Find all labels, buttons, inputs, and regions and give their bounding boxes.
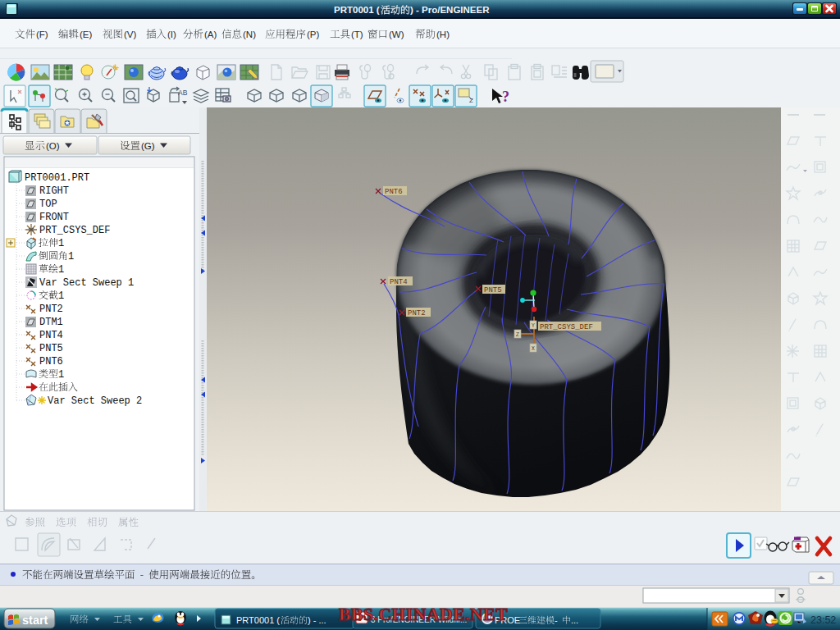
svg-text:-: - (555, 615, 558, 625)
svg-text:RIGHT: RIGHT (39, 185, 69, 197)
svg-text:(W): (W) (389, 30, 404, 39)
svg-text:(P): (P) (307, 30, 320, 39)
svg-text:PNT5: PNT5 (39, 343, 63, 354)
svg-text:PNT4: PNT4 (390, 278, 408, 286)
svg-text:(H): (H) (436, 30, 450, 39)
svg-text:1: 1 (58, 264, 64, 276)
svg-text:(A): (A) (204, 30, 217, 39)
svg-text:(F): (F) (36, 30, 48, 39)
svg-text:start: start (22, 614, 48, 627)
svg-text:(E): (E) (80, 30, 93, 39)
svg-text:(G): (G) (141, 141, 155, 151)
svg-text:) - ...: ) - ... (308, 615, 326, 625)
svg-text:(T): (T) (351, 30, 363, 39)
svg-text:PNT5: PNT5 (484, 286, 502, 294)
svg-text:PRT0001 (: PRT0001 ( (334, 5, 380, 15)
svg-text:PNT2: PNT2 (39, 304, 63, 315)
svg-text:(N): (N) (243, 30, 256, 39)
svg-text:FRONT: FRONT (39, 212, 69, 223)
svg-text:1: 1 (58, 290, 64, 302)
svg-text:1: 1 (58, 238, 64, 249)
svg-text:Z: Z (469, 97, 473, 104)
svg-text:TOP: TOP (39, 199, 57, 210)
svg-text:Var Sect Sweep 2: Var Sect Sweep 2 (48, 395, 142, 407)
svg-text:) - Pro/ENGINEER: ) - Pro/ENGINEER (410, 5, 490, 15)
svg-text:PRT_CSYS_DEF: PRT_CSYS_DEF (540, 323, 593, 331)
svg-text:(I): (I) (167, 30, 176, 39)
svg-text:PNT6: PNT6 (39, 356, 63, 368)
svg-text:PNT2: PNT2 (408, 309, 426, 317)
svg-text:PRT0001 (: PRT0001 ( (236, 615, 280, 625)
svg-text:Z: Z (516, 331, 519, 338)
svg-text:Var Sect Sweep 1: Var Sect Sweep 1 (39, 277, 134, 289)
svg-text:PNT6: PNT6 (385, 188, 403, 196)
svg-text:DTM1: DTM1 (39, 317, 63, 328)
svg-text:...: ... (571, 615, 578, 625)
svg-text:PRT_CSYS_DEF: PRT_CSYS_DEF (39, 225, 110, 236)
svg-text:(O): (O) (46, 141, 60, 151)
svg-text:1: 1 (58, 369, 64, 381)
svg-text:PRT0001.PRT: PRT0001.PRT (25, 172, 89, 184)
svg-text:(V): (V) (124, 30, 137, 39)
svg-text:AB: AB (178, 89, 188, 97)
svg-text:23:52: 23:52 (810, 614, 836, 626)
svg-text:?: ? (502, 89, 509, 105)
svg-text:1: 1 (68, 251, 74, 262)
svg-text:PNT4: PNT4 (39, 330, 63, 341)
svg-text:BBS.CHINADE.NET: BBS.CHINADE.NET (339, 605, 508, 624)
